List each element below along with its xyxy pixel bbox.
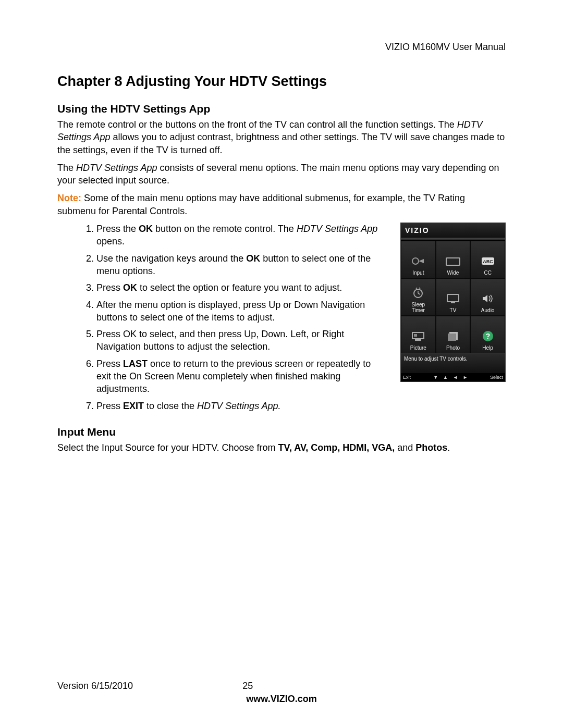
osd-select-label[interactable]: Select xyxy=(490,375,503,380)
footer-version: Version 6/15/2010 xyxy=(57,681,133,692)
nav-up-icon[interactable]: ▲ xyxy=(443,375,448,380)
cc-icon: ABC xyxy=(480,254,496,268)
input-tile[interactable]: Input xyxy=(401,241,436,278)
step-3: Press OK to select the option or feature… xyxy=(96,281,390,294)
chapter-title: Chapter 8 Adjusting Your HDTV Settings xyxy=(57,73,506,90)
photo-icon xyxy=(445,329,461,343)
manual-title: VIZIO M160MV User Manual xyxy=(385,42,506,52)
osd-screenshot: VIZIO Input Wide ABC CC Sleep Timer xyxy=(400,223,506,382)
audio-tile[interactable]: Audio xyxy=(470,278,505,316)
steps-list: Press the OK button on the remote contro… xyxy=(57,223,390,416)
section1-paragraph1: The remote control or the buttons on the… xyxy=(57,118,506,156)
step-2: Use the navigation keys around the OK bu… xyxy=(96,252,390,278)
osd-message: Menu to adjust TV controls. xyxy=(401,353,505,373)
tile-label: Help xyxy=(482,346,493,351)
photo-tile[interactable]: Photo xyxy=(436,316,471,353)
section1-note: Note: Some of the main menu options may … xyxy=(57,192,506,217)
tile-label: Wide xyxy=(447,270,459,276)
clock-icon xyxy=(410,286,426,300)
tv-icon xyxy=(445,291,461,306)
sleep-timer-tile[interactable]: Sleep Timer xyxy=(401,278,436,316)
tile-label: Input xyxy=(412,270,424,276)
osd-grid: Input Wide ABC CC Sleep Timer TV xyxy=(401,241,505,353)
svg-rect-11 xyxy=(448,334,456,341)
tv-tile[interactable]: TV xyxy=(436,278,471,316)
osd-footer: Exit ▼ ▲ ◄ ► Select xyxy=(401,373,505,381)
step-7: Press EXIT to close the HDTV Settings Ap… xyxy=(96,400,390,412)
svg-rect-1 xyxy=(446,258,460,265)
section-using-hdtv-settings: Using the HDTV Settings App xyxy=(57,103,506,115)
svg-text:?: ? xyxy=(485,332,490,340)
step-6: Press LAST once to return to the previou… xyxy=(96,357,390,396)
tile-label: Photo xyxy=(446,346,460,351)
footer-page-number: 25 xyxy=(242,681,253,692)
section1-paragraph2: The HDTV Settings App consists of severa… xyxy=(57,162,506,187)
svg-text:ABC: ABC xyxy=(483,259,493,264)
svg-point-0 xyxy=(412,258,419,264)
step-1: Press the OK button on the remote contro… xyxy=(96,223,390,248)
tile-label: Sleep Timer xyxy=(412,302,425,313)
wide-tile[interactable]: Wide xyxy=(436,241,471,278)
wide-icon xyxy=(445,254,461,268)
cc-tile[interactable]: ABC CC xyxy=(470,241,505,278)
osd-exit-label[interactable]: Exit xyxy=(403,375,411,380)
note-label: Note: xyxy=(57,193,81,203)
picture-tile[interactable]: Picture xyxy=(401,316,436,353)
help-icon: ? xyxy=(480,329,496,343)
step-4: After the menu option is displayed, pres… xyxy=(96,299,390,324)
svg-rect-5 xyxy=(447,294,459,302)
page-footer: Version 6/15/2010 25 www.VIZIO.com xyxy=(57,681,506,705)
tile-label: TV xyxy=(450,308,457,314)
picture-icon xyxy=(410,329,426,343)
section-input-menu: Input Menu xyxy=(57,426,506,438)
nav-down-icon[interactable]: ▼ xyxy=(433,375,438,380)
nav-left-icon[interactable]: ◄ xyxy=(453,375,458,380)
doc-header: VIZIO M160MV User Manual xyxy=(57,42,506,53)
osd-brand: VIZIO xyxy=(401,223,505,238)
tile-label: CC xyxy=(484,270,491,276)
nav-right-icon[interactable]: ► xyxy=(463,375,468,380)
svg-rect-8 xyxy=(415,339,421,341)
input-icon xyxy=(410,254,426,268)
step-5: Press OK to select, and then press Up, D… xyxy=(96,328,390,353)
tile-label: Picture xyxy=(410,346,426,351)
footer-url: www.VIZIO.com xyxy=(57,694,506,705)
section2-paragraph: Select the Input Source for your HDTV. C… xyxy=(57,441,506,454)
speaker-icon xyxy=(480,291,496,306)
help-tile[interactable]: ? Help xyxy=(470,316,505,353)
tile-label: Audio xyxy=(481,308,495,314)
svg-rect-9 xyxy=(414,334,417,337)
svg-rect-6 xyxy=(451,302,455,303)
